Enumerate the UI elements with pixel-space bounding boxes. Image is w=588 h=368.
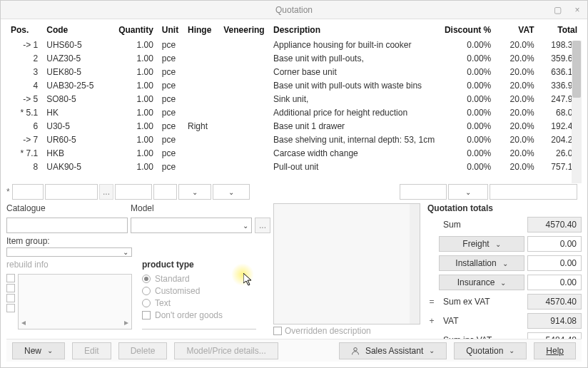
installation-value[interactable]: 0.00 <box>527 255 582 271</box>
filter-pos[interactable] <box>12 184 44 200</box>
rebuild-info-box[interactable]: ◂ ▸ <box>18 274 132 329</box>
product-type-text[interactable]: Text <box>142 298 256 308</box>
cell-veneering <box>219 65 269 78</box>
cell-hinge <box>183 146 219 160</box>
filter-code[interactable] <box>45 184 98 200</box>
cell-veneering <box>219 146 269 160</box>
sum-value: 4570.40 <box>527 217 582 232</box>
table-row[interactable]: * 5.1HK1.00pceAdditional price for heigh… <box>6 106 582 119</box>
col-quantity[interactable]: Quantity <box>114 22 158 38</box>
bottom-toolbar: New ⌄ Edit Delete Model/Price details...… <box>6 339 582 362</box>
cell-description: Base shelving unit, internal depth: 53, … <box>269 133 440 146</box>
col-total[interactable]: Total <box>539 22 582 38</box>
model-select[interactable]: ⌄ <box>131 218 252 233</box>
sum-ex-vat-value: 4570.40 <box>527 294 582 310</box>
insurance-button[interactable]: Insurance ⌄ <box>439 275 524 290</box>
cell-vat: 20.0% <box>495 78 538 92</box>
maximize-button[interactable]: ▢ <box>550 3 564 17</box>
filter-vat[interactable]: ⌄ <box>448 184 488 200</box>
col-vat[interactable]: VAT <box>495 22 538 38</box>
cell-pos: -> 5 <box>6 92 42 106</box>
grid-header-row: Pos. Code Quantity Unit Hinge Veneering … <box>6 22 582 38</box>
cell-description: Base unit with pull-outs, <box>269 51 440 65</box>
edit-button[interactable]: Edit <box>72 342 111 359</box>
dont-order-goods[interactable]: Don't order goods <box>142 310 256 320</box>
cell-vat: 20.0% <box>495 106 538 119</box>
filter-code-picker[interactable]: ... <box>99 184 113 200</box>
items-grid[interactable]: Pos. Code Quantity Unit Hinge Veneering … <box>6 22 582 183</box>
radio-icon <box>142 275 151 283</box>
table-row[interactable]: 3UEK80-51.00pceCorner base unit0.00%20.0… <box>6 65 582 78</box>
rebuild-check-2[interactable] <box>6 284 15 292</box>
cell-pos: -> 1 <box>6 38 42 51</box>
cell-vat: 20.0% <box>495 146 538 160</box>
col-hinge[interactable]: Hinge <box>183 22 219 38</box>
rebuild-check-3[interactable] <box>6 294 15 302</box>
dont-order-label: Don't order goods <box>155 310 223 320</box>
catalogue-select[interactable] <box>6 218 128 233</box>
table-row[interactable]: 6U30-51.00pceRightBase unit 1 drawer0.00… <box>6 119 582 133</box>
table-row[interactable]: -> 1UHS60-51.00pceAppliance housing for … <box>6 38 582 51</box>
filter-veneering[interactable]: ⌄ <box>213 184 250 200</box>
overridden-desc-label: Overridden description <box>285 326 371 336</box>
sales-assistant-button[interactable]: Sales Assistant ⌄ <box>339 342 447 359</box>
cell-hinge <box>183 133 219 146</box>
product-type-customised[interactable]: Customised <box>142 286 256 296</box>
cell-veneering <box>219 106 269 119</box>
vat-value: 914.08 <box>527 313 582 329</box>
col-code[interactable]: Code <box>42 22 114 38</box>
help-button[interactable]: Help <box>534 342 576 359</box>
close-button[interactable]: × <box>570 3 584 17</box>
scroll-left-icon[interactable]: ◂ <box>21 317 26 327</box>
quotation-button[interactable]: Quotation ⌄ <box>454 342 527 359</box>
overridden-description-check[interactable]: Overridden description <box>273 326 420 336</box>
cell-qty: 1.00 <box>114 92 158 106</box>
table-row[interactable]: -> 5SO80-51.00pceSink unit,0.00%20.0%247… <box>6 92 582 106</box>
cell-description: Base unit 1 drawer <box>269 119 440 133</box>
col-veneering[interactable]: Veneering <box>219 22 269 38</box>
rebuild-check-4[interactable] <box>6 304 15 312</box>
col-unit[interactable]: Unit <box>158 22 183 38</box>
cell-unit: pce <box>158 119 183 133</box>
new-button[interactable]: New ⌄ <box>12 342 65 359</box>
table-row[interactable]: 2UAZ30-51.00pceBase unit with pull-outs,… <box>6 51 582 65</box>
table-row[interactable]: 8UAK90-51.00pcePull-out unit0.00%20.0%75… <box>6 160 582 173</box>
scroll-right-icon[interactable]: ▸ <box>124 317 128 327</box>
col-pos[interactable]: Pos. <box>6 22 42 38</box>
cell-code: U30-5 <box>42 119 114 133</box>
sum-ex-vat-label: Sum ex VAT <box>439 297 524 307</box>
freight-button[interactable]: Freight ⌄ <box>439 236 524 252</box>
cell-veneering <box>219 51 269 65</box>
filter-total[interactable] <box>490 184 577 200</box>
freight-value[interactable]: 0.00 <box>527 236 582 252</box>
filter-hinge[interactable]: ⌄ <box>178 184 211 200</box>
model-price-details-button[interactable]: Model/Price details... <box>174 342 278 359</box>
cell-unit: pce <box>158 160 183 173</box>
table-row[interactable]: 4UAB30-25-51.00pceBase unit with pull-ou… <box>6 78 582 92</box>
insurance-value[interactable]: 0.00 <box>527 275 582 290</box>
table-row[interactable]: -> 7UR60-51.00pceBase shelving unit, int… <box>6 133 582 146</box>
item-group-select[interactable]: ⌄ <box>6 247 132 257</box>
col-description[interactable]: Description <box>269 22 440 38</box>
cell-pos: * 5.1 <box>6 106 42 119</box>
col-discount[interactable]: Discount % <box>440 22 495 38</box>
rebuild-check-1[interactable] <box>6 274 15 282</box>
op-plus: + <box>427 316 436 326</box>
scrollbar-thumb[interactable] <box>572 41 581 98</box>
grid-scrollbar-vertical[interactable] <box>572 41 582 183</box>
installation-button[interactable]: Installation ⌄ <box>439 255 524 271</box>
cell-vat: 20.0% <box>495 160 538 173</box>
desc-scrollbar[interactable] <box>410 204 420 324</box>
product-type-standard[interactable]: Standard <box>142 274 256 284</box>
filter-unit[interactable] <box>153 184 177 200</box>
cell-qty: 1.00 <box>114 133 158 146</box>
cell-description: Appliance housing for built-in cooker <box>269 38 440 51</box>
table-row[interactable]: * 7.1HKB1.00pceCarcase width change0.00%… <box>6 146 582 160</box>
delete-button[interactable]: Delete <box>118 342 168 359</box>
filter-qty[interactable] <box>115 184 152 200</box>
cell-vat: 20.0% <box>495 92 538 106</box>
description-textarea[interactable] <box>273 203 420 324</box>
model-picker-button[interactable]: ... <box>255 218 270 233</box>
cell-discount: 0.00% <box>440 65 495 78</box>
filter-discount[interactable] <box>400 184 447 200</box>
